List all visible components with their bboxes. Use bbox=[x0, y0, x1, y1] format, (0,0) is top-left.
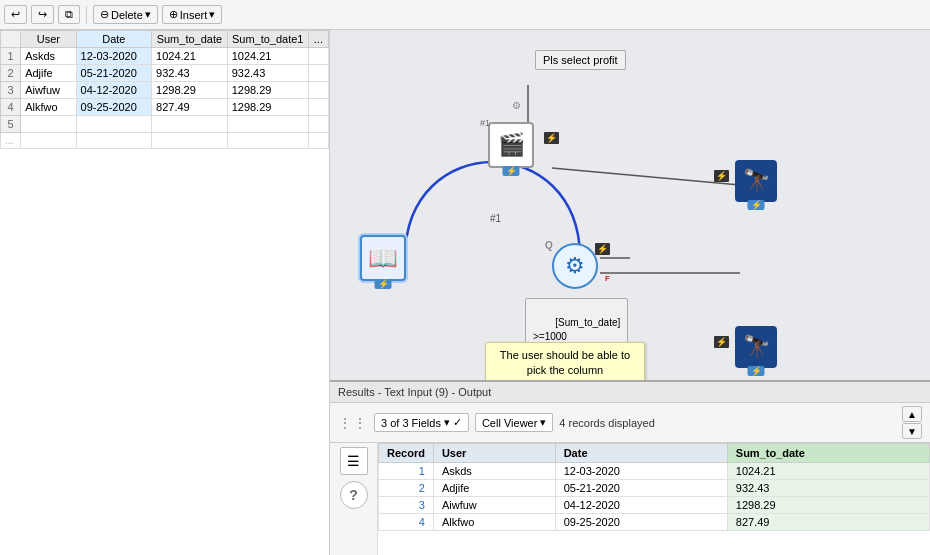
result-user: Aiwfuw bbox=[433, 497, 555, 514]
col-header-res-date[interactable]: Date bbox=[555, 444, 727, 463]
node-badge-lightning3: ⚡ bbox=[748, 200, 765, 210]
lightning-badge1: ⚡ bbox=[544, 132, 559, 144]
canvas-area: 📖 ⚡ 🎬 ⚡ #1 Pls select profit ⚙ ⚡ bbox=[330, 30, 930, 380]
col-header-record[interactable]: Record bbox=[379, 444, 434, 463]
redo-button[interactable]: ↪ bbox=[31, 5, 54, 24]
undo-button[interactable]: ↩ bbox=[4, 5, 27, 24]
cell-date: 04-12-2020 bbox=[76, 82, 152, 99]
cell-extra bbox=[308, 99, 328, 116]
hash1-label: #1 bbox=[490, 213, 501, 224]
book-icon: 📖 bbox=[368, 244, 398, 272]
cell-user: Adjife bbox=[21, 65, 76, 82]
gear-small-icon: ⚙ bbox=[512, 100, 521, 111]
cell-sum1: 1024.21 bbox=[152, 48, 228, 65]
insert-button[interactable]: ⊕ Insert ▾ bbox=[162, 5, 223, 24]
cell-date: 09-25-2020 bbox=[76, 99, 152, 116]
results-table-icon[interactable]: ☰ bbox=[340, 447, 368, 475]
sort-up-button[interactable]: ▲ bbox=[902, 406, 922, 422]
main-toolbar: ↩ ↪ ⧉ ⊖ Delete ▾ ⊕ Insert ▾ bbox=[0, 0, 930, 30]
table-row-empty: 5 bbox=[1, 116, 329, 133]
insert-label: Insert bbox=[180, 9, 208, 21]
separator1 bbox=[86, 6, 87, 24]
svg-line-1 bbox=[552, 168, 740, 185]
ellipsis-row: ... bbox=[1, 133, 329, 149]
binoculars1-icon: 🔭 bbox=[743, 168, 770, 194]
table-row: 2 Adjife 05-21-2020 932.43 932.43 bbox=[1, 65, 329, 82]
result-row: 4 Alkfwo 09-25-2020 827.49 bbox=[379, 514, 930, 531]
col-header-res-user[interactable]: User bbox=[433, 444, 555, 463]
movie-icon: 🎬 bbox=[498, 132, 525, 158]
delete-button[interactable]: ⊖ Delete ▾ bbox=[93, 5, 158, 24]
result-user: Askds bbox=[433, 463, 555, 480]
cell-extra bbox=[308, 65, 328, 82]
results-toolbar: ⋮⋮ 3 of 3 Fields ▾ ✓ Cell Viewer ▾ 4 rec… bbox=[330, 403, 930, 443]
cell-sum1: 827.49 bbox=[152, 99, 228, 116]
result-user: Alkfwo bbox=[433, 514, 555, 531]
result-record-num: 1 bbox=[379, 463, 434, 480]
col-header-sum2[interactable]: Sum_to_date1 bbox=[227, 31, 308, 48]
row-num: 1 bbox=[1, 48, 21, 65]
cell-sum2: 1298.29 bbox=[227, 99, 308, 116]
node-binoculars1[interactable]: 🔭 ⚡ bbox=[735, 160, 777, 202]
cell-extra bbox=[308, 82, 328, 99]
col-header-date[interactable]: Date bbox=[76, 31, 152, 48]
node-app[interactable]: ⚙ T F bbox=[552, 243, 598, 289]
col-header-user[interactable]: User bbox=[21, 31, 76, 48]
col-header-extra: ... bbox=[308, 31, 328, 48]
col-header-res-sum[interactable]: Sum_to_date bbox=[727, 444, 929, 463]
col-header-rownum bbox=[1, 31, 21, 48]
query-icon: Q bbox=[545, 240, 553, 251]
result-row: 2 Adjife 05-21-2020 932.43 bbox=[379, 480, 930, 497]
node-badge-lightning: ⚡ bbox=[375, 279, 392, 289]
insert-icon: ⊕ bbox=[169, 8, 178, 21]
fields-check-icon: ✓ bbox=[453, 416, 462, 429]
cell-sum1: 932.43 bbox=[152, 65, 228, 82]
result-date: 04-12-2020 bbox=[555, 497, 727, 514]
node-number: #1 bbox=[480, 118, 490, 128]
node-badge-lightning4: ⚡ bbox=[748, 366, 765, 376]
result-sum: 1298.29 bbox=[727, 497, 929, 514]
app-icon: ⚙ bbox=[565, 253, 585, 279]
viewer-label: Cell Viewer bbox=[482, 417, 537, 429]
result-record-num: 3 bbox=[379, 497, 434, 514]
results-table-container: Record User Date Sum_to_date 1 Askds 12-… bbox=[378, 443, 930, 555]
cell-user: Alkfwo bbox=[21, 99, 76, 116]
result-user: Adjife bbox=[433, 480, 555, 497]
node-update-value[interactable]: 🎬 ⚡ #1 bbox=[488, 122, 534, 168]
results-help-icon[interactable]: ? bbox=[340, 481, 368, 509]
row-num: 4 bbox=[1, 99, 21, 116]
cell-user: Askds bbox=[21, 48, 76, 65]
sort-down-button[interactable]: ▼ bbox=[902, 423, 922, 439]
lightning-badge2: ⚡ bbox=[714, 170, 729, 182]
results-content: ☰ ? Record User Date Sum_to_date bbox=[330, 443, 930, 555]
copy-button[interactable]: ⧉ bbox=[58, 5, 80, 24]
table-row: 4 Alkfwo 09-25-2020 827.49 1298.29 bbox=[1, 99, 329, 116]
results-panel: Results - Text Input (9) - Output ⋮⋮ 3 o… bbox=[330, 380, 930, 555]
drag-handle: ⋮⋮ bbox=[338, 415, 368, 431]
cell-extra bbox=[308, 48, 328, 65]
results-table: Record User Date Sum_to_date 1 Askds 12-… bbox=[378, 443, 930, 531]
result-date: 05-21-2020 bbox=[555, 480, 727, 497]
spreadsheet: User Date Sum_to_date Sum_to_date1 ... 1… bbox=[0, 30, 329, 555]
node-text-input[interactable]: 📖 ⚡ bbox=[360, 235, 406, 281]
col-header-sum1[interactable]: Sum_to_date bbox=[152, 31, 228, 48]
node-badge-lightning2: ⚡ bbox=[503, 166, 520, 176]
lightning-badge3: ⚡ bbox=[595, 243, 610, 255]
fields-button[interactable]: 3 of 3 Fields ▾ ✓ bbox=[374, 413, 469, 432]
main-area: User Date Sum_to_date Sum_to_date1 ... 1… bbox=[0, 30, 930, 555]
result-record-num: 4 bbox=[379, 514, 434, 531]
row-num: 3 bbox=[1, 82, 21, 99]
lightning-badge4: ⚡ bbox=[714, 336, 729, 348]
right-panel: 📖 ⚡ 🎬 ⚡ #1 Pls select profit ⚙ ⚡ bbox=[330, 30, 930, 555]
result-record-num: 2 bbox=[379, 480, 434, 497]
row-num-5: 5 bbox=[1, 116, 21, 133]
false-badge: F bbox=[605, 274, 610, 283]
pls-select-label: Pls select profit bbox=[535, 50, 626, 70]
result-sum: 827.49 bbox=[727, 514, 929, 531]
binoculars2-icon: 🔭 bbox=[743, 334, 770, 360]
result-row: 3 Aiwfuw 04-12-2020 1298.29 bbox=[379, 497, 930, 514]
node-binoculars2[interactable]: 🔭 ⚡ bbox=[735, 326, 777, 368]
table-row: 1 Askds 12-03-2020 1024.21 1024.21 bbox=[1, 48, 329, 65]
cell-date: 05-21-2020 bbox=[76, 65, 152, 82]
viewer-button[interactable]: Cell Viewer ▾ bbox=[475, 413, 553, 432]
